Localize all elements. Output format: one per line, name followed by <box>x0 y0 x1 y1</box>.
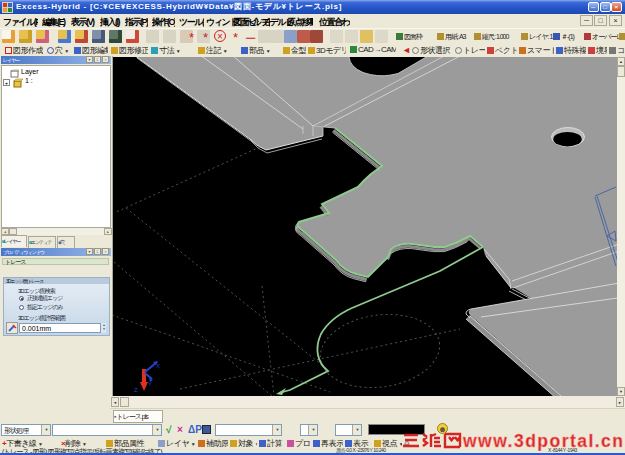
svg-text:X: X <box>156 363 160 369</box>
svg-text:Y: Y <box>148 381 152 387</box>
svg-text:Z: Z <box>134 387 138 393</box>
svg-text:www.3dportal.cn: www.3dportal.cn <box>462 431 623 451</box>
